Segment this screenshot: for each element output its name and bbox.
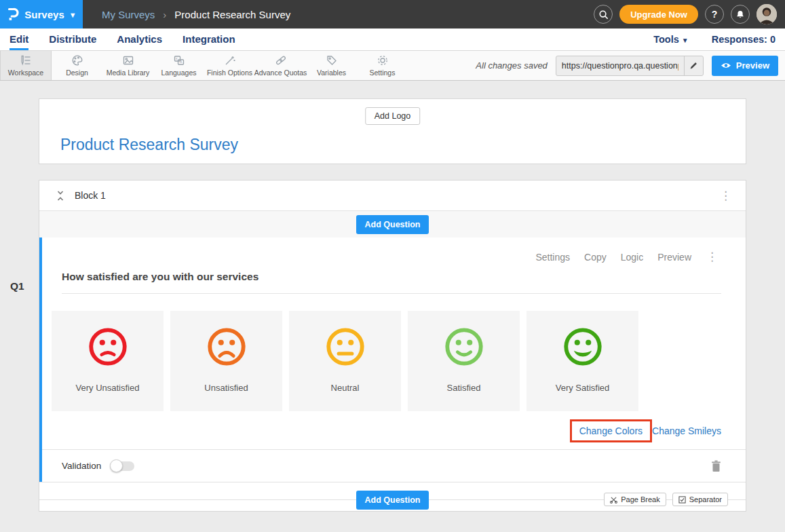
notifications-button[interactable] (731, 5, 750, 24)
smiley-option-label: Satisfied (447, 383, 481, 393)
neutral-smiley-icon (324, 311, 366, 370)
smiley-option-unsatisfied[interactable]: Unsatisfied (170, 311, 282, 411)
question-actions: Settings Copy Logic Preview ⋮ (42, 238, 746, 263)
question-mark-icon: ? (712, 9, 718, 20)
separator-button[interactable]: Separator (672, 493, 728, 506)
question-number-label: Q1 (10, 280, 24, 292)
checkbox-icon (678, 496, 686, 504)
topbar-actions: Upgrade Now ? (594, 4, 785, 24)
top-navbar: Surveys ▼ My Surveys › Product Research … (0, 0, 785, 28)
smiley-option-label: Neutral (331, 383, 360, 393)
toolbar-item-settings[interactable]: Settings (357, 51, 408, 80)
svg-text:x: x (175, 56, 177, 60)
breadcrumb-my-surveys[interactable]: My Surveys (102, 9, 155, 20)
tab-distribute[interactable]: Distribute (49, 28, 96, 50)
add-question-button-bottom[interactable]: Add Question (356, 491, 429, 510)
preview-button[interactable]: Preview (712, 56, 778, 76)
pencil-icon (689, 61, 698, 70)
toolbar-item-design[interactable]: Design (52, 51, 102, 80)
section-tabs: Edit Distribute Analytics Integration To… (0, 28, 785, 51)
toolbar-item-languages[interactable]: xA Languages (153, 51, 204, 80)
edit-url-button[interactable] (684, 56, 703, 75)
change-colors-link[interactable]: Change Colors (579, 425, 643, 436)
tag-icon (326, 54, 338, 66)
palette-icon (71, 54, 83, 66)
survey-title[interactable]: Product Research Survey (60, 136, 238, 154)
tab-analytics[interactable]: Analytics (117, 28, 162, 50)
add-logo-button[interactable]: Add Logo (365, 107, 421, 125)
block-footer: Add Question Page Break Separator (39, 482, 746, 511)
editor-toolbar: Workspace Design Media Library xA Langua… (0, 51, 785, 81)
question-settings-link[interactable]: Settings (535, 252, 570, 263)
smiley-option-label: Very Satisfied (556, 383, 610, 393)
very-satisfied-smiley-icon (562, 311, 604, 370)
upgrade-now-button[interactable]: Upgrade Now (619, 5, 698, 24)
image-icon (122, 54, 134, 66)
tab-edit[interactable]: Edit (9, 28, 28, 50)
trash-icon (711, 460, 721, 472)
very-unsatisfied-smiley-icon (87, 311, 129, 370)
tools-menu[interactable]: Tools ▼ (653, 34, 689, 45)
toolbar-item-advance-quotas[interactable]: Advance Quotas (255, 51, 306, 80)
section-tabs-right: Tools ▼ Responses: 0 (653, 28, 776, 50)
brand-menu[interactable]: Surveys ▼ (0, 0, 83, 28)
collapse-block-icon[interactable] (55, 190, 66, 202)
gear-icon (377, 54, 389, 66)
chevron-right-icon: › (163, 9, 166, 20)
block-menu-kebab-icon[interactable]: ⋮ (716, 190, 735, 202)
block-card: Block 1 ⋮ Add Question Settings Copy Log… (39, 180, 746, 512)
search-icon (598, 10, 609, 20)
caret-down-icon: ▼ (69, 11, 77, 19)
survey-url-input[interactable] (556, 56, 684, 75)
toolbar-item-variables[interactable]: Variables (306, 51, 357, 80)
add-question-button-top[interactable]: Add Question (356, 215, 429, 234)
search-button[interactable] (594, 5, 613, 24)
block-name[interactable]: Block 1 (75, 190, 106, 201)
help-button[interactable]: ? (705, 5, 724, 24)
question-menu-kebab-icon[interactable]: ⋮ (703, 251, 721, 263)
save-status-text: All changes saved (476, 60, 548, 71)
smiley-option-neutral[interactable]: Neutral (289, 311, 401, 411)
survey-url-box (556, 56, 704, 76)
smiley-option-satisfied[interactable]: Satisfied (408, 311, 520, 411)
wand-icon (224, 54, 236, 66)
caret-down-icon: ▼ (682, 37, 689, 44)
survey-header-card: Add Logo Product Research Survey (39, 98, 746, 164)
smiley-option-very-unsatisfied[interactable]: Very Unsatisfied (52, 311, 164, 411)
scissors-icon (610, 496, 617, 504)
user-avatar[interactable] (757, 4, 777, 24)
questionpro-logo-icon (6, 7, 20, 22)
toolbar-item-workspace[interactable]: Workspace (0, 51, 52, 80)
bell-icon (735, 10, 745, 20)
breadcrumb-survey-name: Product Research Survey (174, 9, 290, 20)
annotation-highlight-box: Change Colors (570, 419, 652, 442)
workspace-icon (20, 54, 32, 66)
tab-integration[interactable]: Integration (183, 28, 235, 50)
question-card: Settings Copy Logic Preview ⋮ How satisf… (39, 238, 746, 482)
change-links-row: Change Colors Change Smileys (42, 419, 721, 442)
change-smileys-link[interactable]: Change Smileys (652, 425, 721, 436)
question-text[interactable]: How satisfied are you with our services (62, 271, 721, 294)
question-preview-link[interactable]: Preview (657, 252, 691, 263)
validation-toggle[interactable] (110, 460, 134, 472)
smiley-option-very-satisfied[interactable]: Very Satisfied (526, 311, 638, 411)
breadcrumb: My Surveys › Product Research Survey (102, 9, 290, 20)
page-break-button[interactable]: Page Break (604, 493, 666, 506)
satisfied-smiley-icon (443, 311, 485, 370)
responses-count: Responses: 0 (712, 34, 776, 45)
chain-icon (275, 54, 287, 66)
validation-label: Validation (62, 461, 101, 471)
question-logic-link[interactable]: Logic (621, 252, 643, 263)
eye-icon (721, 62, 731, 69)
add-question-strip-top: Add Question (39, 211, 746, 238)
toolbar-right: All changes saved Preview (476, 51, 785, 80)
delete-question-button[interactable] (711, 460, 721, 472)
svg-text:A: A (179, 60, 182, 64)
survey-editor-app: Surveys ▼ My Surveys › Product Research … (0, 0, 785, 532)
question-copy-link[interactable]: Copy (584, 252, 607, 263)
smiley-options-row: Very UnsatisfiedUnsatisfiedNeutralSatisf… (52, 311, 746, 411)
footer-buttons: Page Break Separator (604, 493, 728, 506)
toolbar-item-finish-options[interactable]: Finish Options (204, 51, 255, 80)
translate-icon: xA (173, 54, 185, 66)
toolbar-item-media-library[interactable]: Media Library (102, 51, 153, 80)
